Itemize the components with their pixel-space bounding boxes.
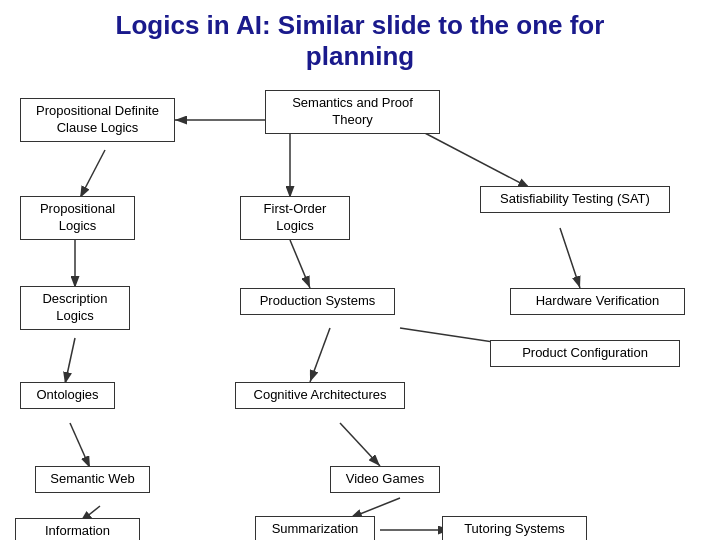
- node-ontologies: Ontologies: [20, 382, 115, 409]
- node-hardware-verification-label: Hardware Verification: [536, 293, 660, 308]
- title-line2: planning: [306, 41, 414, 71]
- node-cognitive-architectures-label: Cognitive Architectures: [254, 387, 387, 402]
- svg-line-14: [350, 498, 400, 518]
- node-semantic-web: Semantic Web: [35, 466, 150, 493]
- node-first-order-label: First-Order Logics: [264, 201, 327, 233]
- node-semantics-proof: Semantics and Proof Theory: [265, 90, 440, 134]
- node-tutoring-systems: Tutoring Systems: [442, 516, 587, 540]
- node-tutoring-systems-label: Tutoring Systems: [464, 521, 565, 536]
- node-propositional-definite-label: Propositional Definite Clause Logics: [36, 103, 159, 135]
- node-production-systems-label: Production Systems: [260, 293, 376, 308]
- node-production-systems: Production Systems: [240, 288, 395, 315]
- node-description-logics: Description Logics: [20, 286, 130, 330]
- node-semantics-proof-label: Semantics and Proof Theory: [292, 95, 413, 127]
- svg-line-9: [65, 338, 75, 384]
- node-propositional-logics: Propositional Logics: [20, 196, 135, 240]
- node-description-logics-label: Description Logics: [42, 291, 107, 323]
- node-ontologies-label: Ontologies: [36, 387, 98, 402]
- node-summarization-label: Summarization: [272, 521, 359, 536]
- svg-line-10: [310, 328, 330, 382]
- node-satisfiability: Satisfiability Testing (SAT): [480, 186, 670, 213]
- svg-line-6: [290, 240, 310, 288]
- svg-line-12: [340, 423, 380, 466]
- node-summarization: Summarization: [255, 516, 375, 540]
- node-information-extraction: Information Extraction: [15, 518, 140, 540]
- node-video-games-label: Video Games: [346, 471, 425, 486]
- page-title: Logics in AI: Similar slide to the one f…: [0, 0, 720, 78]
- node-video-games: Video Games: [330, 466, 440, 493]
- node-propositional-logics-label: Propositional Logics: [40, 201, 115, 233]
- node-propositional-definite: Propositional Definite Clause Logics: [20, 98, 175, 142]
- svg-line-11: [70, 423, 90, 468]
- node-satisfiability-label: Satisfiability Testing (SAT): [500, 191, 650, 206]
- node-semantic-web-label: Semantic Web: [50, 471, 134, 486]
- title-line1: Logics in AI: Similar slide to the one f…: [116, 10, 605, 40]
- node-product-configuration: Product Configuration: [490, 340, 680, 367]
- svg-line-2: [80, 150, 105, 198]
- node-product-configuration-label: Product Configuration: [522, 345, 648, 360]
- diagram-area: Propositional Definite Clause Logics Sem…: [0, 78, 720, 540]
- node-first-order: First-Order Logics: [240, 196, 350, 240]
- node-hardware-verification: Hardware Verification: [510, 288, 685, 315]
- node-cognitive-architectures: Cognitive Architectures: [235, 382, 405, 409]
- svg-line-7: [560, 228, 580, 288]
